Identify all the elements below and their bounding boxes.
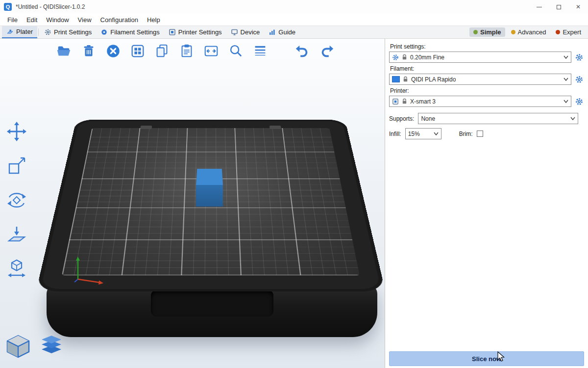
advanced-mode-dot-icon	[511, 30, 515, 34]
mode-switcher: Simple Advanced Expert	[469, 26, 586, 38]
trash-icon	[80, 43, 97, 59]
3d-scene	[0, 39, 385, 368]
print-settings-label: Print settings:	[390, 43, 584, 50]
tab-print-settings[interactable]: Print Settings	[40, 26, 96, 38]
close-icon: ✕	[576, 3, 581, 10]
delete-button[interactable]	[79, 42, 98, 60]
tab-guide[interactable]: Guide	[264, 26, 300, 38]
rotate-tool-button[interactable]	[4, 188, 29, 212]
variable-layer-height-button[interactable]	[251, 42, 270, 60]
gear-icon	[44, 28, 51, 36]
supports-label: Supports:	[389, 115, 414, 122]
undo-button[interactable]	[293, 42, 312, 60]
model-cube-top-face[interactable]	[196, 169, 223, 185]
window-controls: ✕	[529, 0, 588, 14]
menu-help[interactable]: Help	[143, 14, 165, 26]
printer-value: X-smart 3	[410, 98, 436, 105]
menu-file[interactable]: File	[3, 14, 22, 26]
chevron-down-icon	[564, 78, 568, 81]
filament-combo[interactable]: QIDI PLA Rapido	[389, 74, 571, 85]
move-tool-button[interactable]	[4, 120, 29, 143]
editor-view-button[interactable]	[4, 332, 32, 361]
print-bed-front	[47, 284, 377, 337]
menu-view[interactable]: View	[74, 14, 96, 26]
menu-window[interactable]: Window	[42, 14, 73, 26]
tab-guide-label: Guide	[278, 28, 295, 36]
tab-device-label: Device	[241, 28, 260, 36]
mode-advanced-label: Advanced	[518, 28, 546, 36]
preview-view-button[interactable]	[37, 332, 66, 361]
mode-advanced[interactable]: Advanced	[507, 27, 550, 37]
edit-print-settings-button[interactable]	[574, 52, 584, 63]
copy-icon	[154, 43, 171, 59]
slice-now-button[interactable]: Slice now	[389, 351, 584, 366]
maximize-button[interactable]	[549, 0, 568, 14]
menu-configuration[interactable]: Configuration	[96, 14, 143, 26]
simple-mode-dot-icon	[473, 30, 478, 34]
place-on-face-icon	[6, 224, 27, 245]
printer-label: Printer:	[390, 87, 584, 94]
model-cube-front-face[interactable]	[196, 185, 223, 207]
tab-printer-settings[interactable]: Printer Settings	[164, 26, 226, 38]
split-icon	[203, 43, 220, 59]
chevron-down-icon	[570, 117, 575, 120]
view-toggle	[4, 332, 66, 361]
scale-tool-button[interactable]	[4, 154, 29, 178]
split-to-objects-button[interactable]	[202, 42, 220, 60]
filament-color-swatch	[392, 76, 400, 82]
delete-all-button[interactable]	[104, 42, 122, 60]
maximize-icon	[557, 5, 561, 9]
bed-handle	[151, 290, 273, 316]
cut-icon	[6, 258, 27, 280]
close-button[interactable]: ✕	[568, 0, 588, 14]
printer-row: X-smart 3	[389, 96, 584, 107]
tab-separator	[38, 28, 39, 36]
print-settings-row: 0.20mm Fine	[389, 52, 584, 63]
supports-combo[interactable]: None	[418, 113, 578, 124]
mode-expert[interactable]: Expert	[552, 27, 585, 37]
printer-combo[interactable]: X-smart 3	[389, 96, 571, 107]
chevron-down-icon	[564, 55, 568, 59]
3d-viewport[interactable]	[0, 39, 385, 368]
print-settings-value: 0.20mm Fine	[410, 54, 444, 61]
copy-button[interactable]	[153, 42, 172, 60]
infill-combo[interactable]: 15%	[405, 128, 441, 139]
place-on-face-tool-button[interactable]	[4, 223, 29, 246]
paste-button[interactable]	[177, 42, 196, 60]
supports-value: None	[421, 115, 435, 122]
edit-printer-button[interactable]	[574, 96, 584, 107]
arrange-button[interactable]	[128, 42, 147, 60]
minimize-button[interactable]	[529, 0, 549, 14]
cut-tool-button[interactable]	[4, 257, 29, 281]
mode-simple[interactable]: Simple	[469, 27, 505, 37]
gear-icon	[392, 54, 399, 61]
tab-plater[interactable]: Plater	[2, 26, 37, 38]
tab-device[interactable]: Device	[226, 26, 265, 38]
mode-expert-label: Expert	[563, 28, 581, 36]
guide-icon	[269, 28, 276, 36]
preview-layers-icon	[38, 333, 65, 360]
redo-button[interactable]	[318, 42, 336, 60]
filament-icon	[100, 28, 108, 36]
filament-row: QIDI PLA Rapido	[389, 74, 584, 85]
paste-icon	[178, 43, 195, 59]
menu-edit[interactable]: Edit	[22, 14, 42, 26]
brim-checkbox[interactable]	[477, 131, 483, 137]
printer-icon	[169, 28, 176, 36]
mode-simple-label: Simple	[480, 28, 501, 36]
tab-filament-settings[interactable]: Filament Settings	[96, 26, 164, 38]
search-button[interactable]	[226, 42, 245, 60]
infill-row: Infill: 15% Brim:	[389, 128, 584, 139]
tab-printer-settings-label: Printer Settings	[178, 28, 222, 36]
brim-label: Brim:	[459, 131, 473, 137]
print-settings-combo[interactable]: 0.20mm Fine	[389, 52, 571, 63]
gear-icon	[575, 98, 583, 105]
edit-filament-button[interactable]	[574, 74, 584, 85]
chevron-down-icon	[434, 132, 439, 135]
lock-icon	[402, 76, 409, 82]
settings-sidebar: Print settings: 0.20mm Fine Filament: QI…	[385, 39, 588, 368]
main-area: Print settings: 0.20mm Fine Filament: QI…	[0, 39, 588, 368]
filament-label: Filament:	[390, 65, 584, 72]
add-button[interactable]	[55, 42, 74, 60]
arrange-icon	[129, 43, 146, 59]
